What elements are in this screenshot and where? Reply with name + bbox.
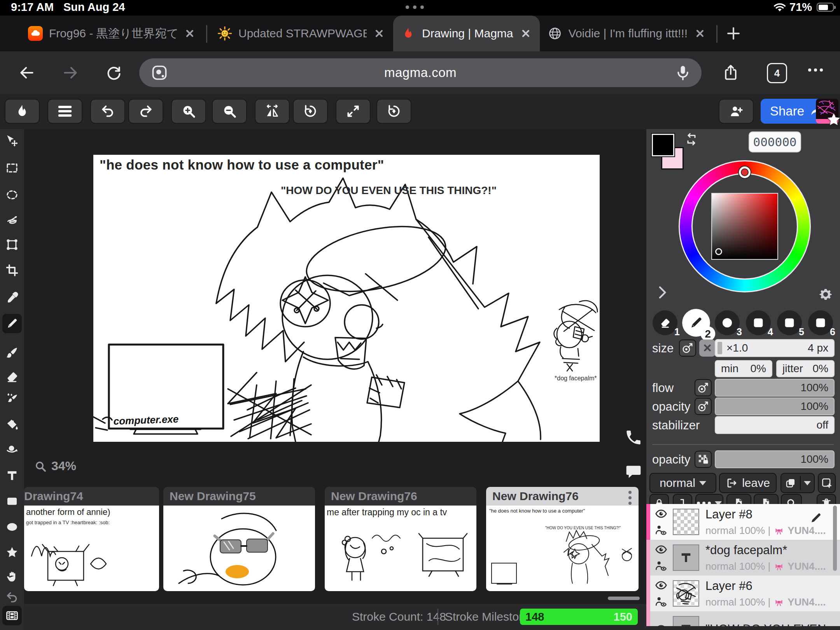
wet-brush-tool[interactable] <box>2 388 22 407</box>
gallery-scrollbar[interactable] <box>608 597 640 600</box>
undo-history-tool[interactable] <box>2 588 22 607</box>
layer-visibility-icon[interactable] <box>655 579 667 592</box>
text-tool[interactable] <box>2 466 22 485</box>
close-icon[interactable] <box>373 27 385 40</box>
lasso-tool[interactable] <box>2 211 22 230</box>
layer-follow-icon[interactable] <box>655 595 667 608</box>
move-tool[interactable] <box>2 131 22 150</box>
hex-color-field[interactable]: 000000 <box>749 131 801 152</box>
browser-menu-button[interactable] <box>808 68 823 72</box>
close-icon[interactable] <box>694 27 706 40</box>
brush-slot-5[interactable]: 5 <box>777 310 802 335</box>
zoom-out-button[interactable] <box>212 99 247 124</box>
gallery-card-selected[interactable]: New Drawing76 "he does not know how to u… <box>486 487 639 591</box>
reload-button[interactable] <box>101 60 127 86</box>
undo-button[interactable] <box>90 99 125 124</box>
layer-follow-icon[interactable] <box>655 560 667 572</box>
layer-thumbnail[interactable] <box>673 544 699 571</box>
gallery-card[interactable]: New Drawing75 <box>163 487 315 591</box>
size-slider[interactable]: ×1.0 4 px <box>715 339 835 357</box>
ellipse-select-tool[interactable] <box>2 185 22 205</box>
primary-color-swatch[interactable] <box>652 134 674 156</box>
sv-cursor[interactable] <box>715 248 722 255</box>
eyedropper-tool[interactable] <box>2 288 22 308</box>
share-sheet-button[interactable] <box>718 60 744 86</box>
flow-slider[interactable]: 100% <box>715 379 835 397</box>
crop-tool[interactable] <box>2 261 22 280</box>
leave-button[interactable]: leave <box>719 473 777 493</box>
brush-opacity-slider[interactable]: 100% <box>715 397 835 415</box>
card-menu-icon[interactable] <box>628 491 632 505</box>
color-wheel[interactable] <box>679 160 811 292</box>
jitter-field[interactable]: jitter 0% <box>776 360 835 377</box>
smudge-tool[interactable] <box>2 440 22 460</box>
ellipse-shape-tool[interactable] <box>2 517 22 537</box>
pencil-tool[interactable] <box>2 314 22 333</box>
rotate-right-button[interactable] <box>376 99 411 124</box>
gallery-card[interactable]: New Drawing76 me after trapping my oc in… <box>325 487 476 591</box>
tab-switcher-button[interactable]: 4 <box>767 63 787 83</box>
rect-shape-tool[interactable] <box>2 492 22 511</box>
tab-magma-active[interactable]: Drawing | Magma <box>393 16 540 51</box>
swap-colors-icon[interactable] <box>684 132 698 146</box>
hue-cursor[interactable] <box>739 166 751 178</box>
hand-tool[interactable] <box>2 567 22 586</box>
star-shape-tool[interactable] <box>2 543 22 562</box>
alpha-lock-toggle[interactable] <box>695 451 712 468</box>
layer-follow-icon[interactable] <box>655 524 667 536</box>
size-pressure-toggle[interactable] <box>679 340 696 357</box>
layer-thumbnail[interactable] <box>673 509 699 535</box>
eraser-tool[interactable] <box>2 367 22 387</box>
menu-button[interactable] <box>47 99 82 124</box>
chevron-down-icon[interactable] <box>804 481 811 485</box>
layer-row-selected[interactable]: Layer #8 normal 100% |YUN4.... <box>646 504 840 540</box>
layer-visibility-icon[interactable] <box>655 543 667 556</box>
tab-voidie[interactable]: Voidie | I'm fluffing ittt!!! <box>540 16 714 51</box>
saturation-square[interactable] <box>711 193 778 260</box>
back-button[interactable] <box>14 60 40 86</box>
rotate-left-button[interactable] <box>293 99 328 124</box>
brush-slot-6[interactable]: 6 <box>808 310 833 335</box>
zoom-indicator[interactable]: 34% <box>34 459 76 473</box>
redo-button[interactable] <box>128 99 163 124</box>
duplicate-layer-button[interactable] <box>780 473 815 493</box>
blend-mode-dropdown[interactable]: normal <box>649 473 716 493</box>
address-bar[interactable]: magma.com <box>139 58 702 87</box>
layers-scrollbar[interactable] <box>833 506 837 571</box>
collapse-panel-icon[interactable] <box>654 285 670 300</box>
min-size-field[interactable]: min 0% <box>715 360 772 377</box>
opacity-pressure-toggle[interactable] <box>695 398 712 415</box>
layer-visibility-icon[interactable] <box>655 508 667 520</box>
fit-screen-button[interactable] <box>336 99 371 124</box>
brush-slot-1[interactable]: 1 <box>653 310 677 335</box>
flip-canvas-button[interactable] <box>255 99 290 124</box>
layer-thumbnail[interactable] <box>673 580 699 607</box>
tab-strawpoll[interactable]: Updated STRAWPWAGE <box>210 16 393 51</box>
voice-call-button[interactable] <box>625 429 644 448</box>
stabilizer-slider[interactable]: off <box>715 416 835 434</box>
timelapse-tool[interactable] <box>2 606 22 625</box>
zoom-in-button[interactable] <box>171 99 206 124</box>
layer-row[interactable]: *dog facepalm* normal 100% |YUN4.... <box>646 540 840 576</box>
invite-button[interactable] <box>719 99 754 124</box>
close-icon[interactable] <box>184 27 196 40</box>
transform-tool[interactable] <box>2 235 22 254</box>
drawing-canvas[interactable]: computer.exe *dog facepalm* "he does not… <box>93 155 600 442</box>
brush-slot-2-selected[interactable]: 2 <box>682 309 710 337</box>
chat-button[interactable] <box>625 463 644 482</box>
tab-soundcloud[interactable]: Frog96 - 黒塗り世界宛て <box>20 16 204 51</box>
layer-opacity-slider[interactable]: 100% <box>715 450 835 468</box>
new-tab-button[interactable] <box>720 16 747 51</box>
size-pressure-clear[interactable] <box>699 340 716 357</box>
rect-select-tool[interactable] <box>2 158 22 178</box>
gallery-card[interactable]: Drawing74 another form of annie) got tra… <box>24 487 159 591</box>
rename-layer-icon[interactable] <box>810 511 823 524</box>
magma-logo-button[interactable] <box>5 99 40 124</box>
layer-row[interactable]: Layer #6 normal 100% |YUN4.... <box>646 576 840 611</box>
mic-icon[interactable] <box>674 64 691 81</box>
forward-button[interactable] <box>58 60 83 86</box>
fill-tool[interactable] <box>2 415 22 434</box>
add-layer-button[interactable] <box>818 473 836 493</box>
flow-pressure-toggle[interactable] <box>695 379 712 396</box>
settings-gear-icon[interactable] <box>817 286 834 303</box>
